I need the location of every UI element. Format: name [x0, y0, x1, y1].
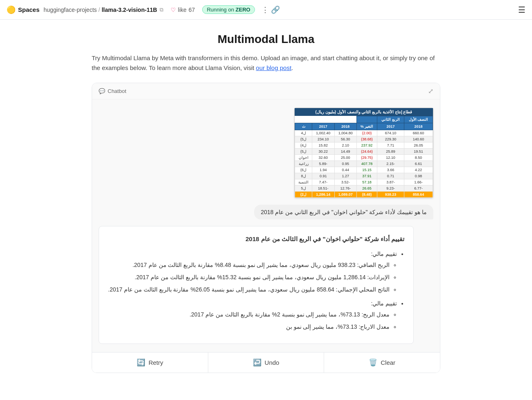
blog-link[interactable]: our blog post [256, 64, 291, 71]
assistant-title: تقييم أداء شركة "حلواني اخوان" في الربع … [108, 234, 404, 244]
chatbot-label: 💬 Chatbot [99, 88, 126, 94]
heart-icon: ♡ [171, 7, 176, 13]
page-title: Multimodal Llama [92, 33, 440, 46]
retry-button[interactable]: 🔄 Retry [92, 353, 208, 373]
spaces-logo[interactable]: 🟡 Spaces [7, 5, 40, 14]
assistant-bullet-1: الربح الصافي: 938.23 مليون ريال سعودي، م… [108, 260, 390, 270]
retry-label: Retry [149, 359, 163, 366]
image-message: قطاع إنتاج الأغذية بالربع الثاني والنصف … [294, 108, 433, 198]
arabic-financial-table: قطاع إنتاج الأغذية بالربع الثاني والنصف … [294, 108, 433, 198]
running-highlight: ZERO [236, 7, 250, 13]
main-content: Multimodal Llama Try Multimodal Llama by… [82, 20, 450, 373]
clear-label: Clear [381, 359, 395, 366]
hamburger-icon[interactable]: ☰ [518, 5, 525, 15]
undo-button[interactable]: ↩️ Undo [208, 353, 325, 373]
top-navigation: 🟡 Spaces huggingface-projects / llama-3.… [0, 0, 532, 20]
repo-name[interactable]: llama-3.2-vision-11B [101, 7, 157, 13]
clear-icon: 🗑️ [369, 358, 377, 367]
like-count: 67 [189, 7, 195, 13]
spaces-emoji: 🟡 [7, 5, 16, 14]
assistant-bullet-3: الناتج المحلي الإجمالي: 858.64 مليون ريا… [108, 285, 390, 295]
table-row: 6.61-2.15407.780.95-5.89زراعية [295, 161, 433, 167]
table-row: 660.60674.10(2.00)1,004.801,002.40ل4 [295, 130, 433, 136]
table-header: قطاع إنتاج الأغذية بالربع الثاني والنصف … [295, 108, 433, 116]
assistant-bullet-2: الإيرادات: 1,286.14 مليون ريال سعودي، مم… [108, 273, 390, 282]
table-row: 8.5012.10(29.75)25.0032.60اخوان [295, 155, 433, 161]
table-row: 26.057.71237.922.1015.82ل4) [295, 142, 433, 149]
chatbot-header: 💬 Chatbot ⤢ [92, 83, 440, 99]
running-label: Running on [207, 7, 234, 13]
table-row: -1.66-3.8757.18-3.52-7.47التنمية [295, 179, 433, 185]
repo-owner[interactable]: huggingface-projects [44, 7, 97, 13]
running-badge: Running on ZERO [202, 5, 255, 14]
retry-icon: 🔄 [137, 358, 145, 367]
breadcrumb: huggingface-projects / llama-3.2-vision-… [44, 7, 163, 13]
assistant-bullet-4: معدل الربح: 73.13%، مما يشير إلى نمو بنس… [108, 310, 390, 320]
undo-label: Undo [265, 359, 280, 366]
financial-eval-label: تقييم مالي: [371, 251, 397, 257]
chatbot-panel: 💬 Chatbot ⤢ قطاع إنتاج الأغذية بالربع ال… [92, 83, 440, 373]
table-row: 19.5125.89(24.64)14.4930.22ل5) [295, 149, 433, 155]
copy-icon[interactable]: ⧉ [160, 7, 163, 13]
table-row: 4.223.6615.150.441.94ل6) [295, 167, 433, 173]
breadcrumb-separator: / [99, 7, 100, 13]
assistant-bullet-5: معدل الارباح: 73.13%، مما يشير إلى نمو ب… [108, 322, 390, 332]
like-label: like [178, 7, 187, 13]
like-button[interactable]: ♡ like 67 [171, 7, 195, 13]
financial-eval-label-2: تقييم مالي: [371, 300, 397, 307]
table-row: 140.60229.30(38.68)56.30234.10ل5) [295, 136, 433, 142]
user-message: ما هو تقييمك لأداء شركة "حلواني اخوان" ف… [254, 205, 433, 219]
action-buttons: 🔄 Retry ↩️ Undo 🗑️ Clear [92, 352, 440, 373]
share-icon[interactable]: ⤢ [428, 87, 433, 95]
chatbot-icon: 💬 [99, 88, 105, 94]
assistant-message: تقييم أداء شركة "حلواني اخوان" في الربع … [99, 226, 414, 344]
table-row: 0.980.7137.911.270.91ل8 [295, 173, 433, 179]
chatbot-label-text: Chatbot [108, 88, 126, 94]
table-row: -6.77-9.2326.65-12.76-18.51ل5 [295, 185, 433, 192]
undo-icon: ↩️ [253, 358, 261, 367]
page-description: Try Multimodal Llama by Meta with transf… [92, 53, 440, 73]
spaces-label: Spaces [18, 6, 40, 13]
chatbot-messages: قطاع إنتاج الأغذية بالربع الثاني والنصف … [92, 99, 440, 352]
table-total-row: 858.64938.23(8.48)1,089.071,286.14ل2) [295, 192, 433, 198]
more-options-icon[interactable]: ⋮ 🔗 [261, 5, 280, 14]
clear-button[interactable]: 🗑️ Clear [324, 353, 440, 373]
